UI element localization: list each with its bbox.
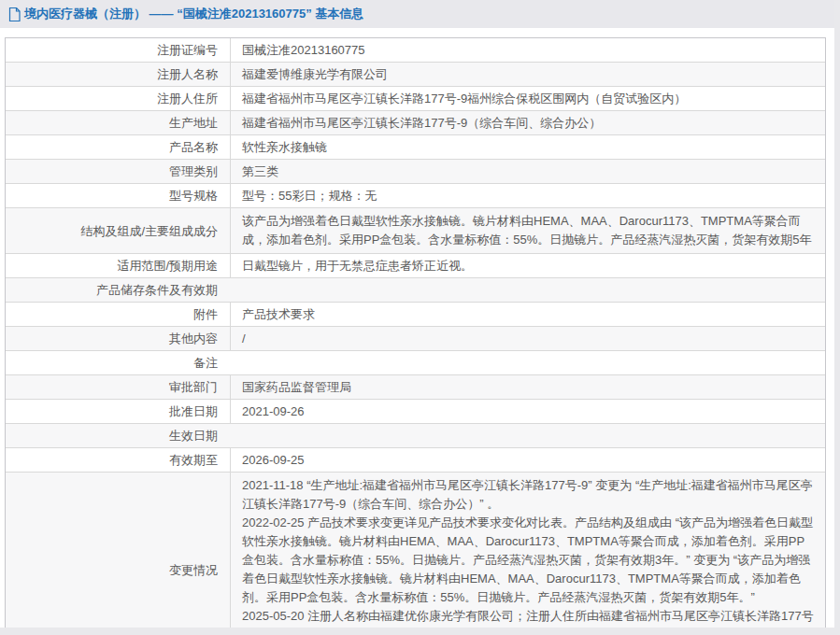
table-row: 其他内容/: [6, 327, 825, 351]
row-value: 2021-11-18 “生产地址:福建省福州市马尾区亭江镇长洋路177号-9” …: [230, 473, 825, 635]
table-row: 注册证编号国械注准20213160775: [6, 38, 825, 63]
row-value: 2026-09-25: [230, 448, 825, 472]
table-row: 生效日期: [6, 424, 825, 448]
row-value: [230, 424, 825, 447]
row-label-text: 审批部门: [169, 379, 218, 395]
table-row: 产品名称软性亲水接触镜: [6, 135, 825, 160]
row-value: 软性亲水接触镜: [230, 135, 825, 159]
row-value: 国械注准20213160775: [230, 38, 825, 62]
row-value: 福建爱博维康光学有限公司: [230, 63, 825, 86]
row-label-text: 注册人住所: [157, 91, 218, 106]
row-value: 型号：55彩日；规格：无: [230, 184, 825, 207]
table-row: 生产地址福建省福州市马尾区亭江镇长洋路177号-9（综合车间、综合办公）: [6, 111, 825, 135]
row-label: 注册人名称: [6, 63, 230, 86]
row-value: 第三类: [230, 160, 825, 183]
table-row: 注册人名称福建爱博维康光学有限公司: [6, 63, 825, 87]
table-row: 变更情况2021-11-18 “生产地址:福建省福州市马尾区亭江镇长洋路177号…: [6, 473, 825, 635]
row-label: 型号规格: [6, 184, 230, 207]
document-icon: [8, 7, 21, 21]
row-label: 适用范围/预期用途: [6, 254, 230, 277]
row-label-text: 适用范围/预期用途: [117, 258, 218, 274]
registration-info-table: 注册证编号国械注准20213160775注册人名称福建爱博维康光学有限公司注册人…: [5, 37, 826, 635]
row-label: 管理类别: [6, 160, 230, 183]
row-label-text: 附件: [193, 306, 218, 322]
table-row: 批准日期2021-09-26: [6, 400, 825, 424]
row-label-text: 产品名称: [169, 139, 218, 155]
row-label: 结构及组成/主要组成成分: [6, 208, 230, 253]
row-value: 该产品为增强着色日戴型软性亲水接触镜。镜片材料由HEMA、MAA、Darocur…: [230, 208, 825, 253]
row-label-text: 管理类别: [169, 163, 218, 179]
row-label-text: 结构及组成/主要组成成分: [80, 223, 218, 239]
table-row: 适用范围/预期用途日戴型镜片，用于无禁忌症患者矫正近视。: [6, 254, 825, 278]
table-row: 附件产品技术要求: [6, 303, 825, 327]
row-label-text: 生产地址: [169, 115, 218, 131]
table-row: 产品储存条件及有效期: [6, 278, 825, 303]
row-label: 批准日期: [6, 400, 230, 423]
row-label: 备注: [6, 351, 230, 374]
page-header: 境内医疗器械（注册） —— “国械注准20213160775” 基本信息: [0, 0, 834, 28]
page-title-text: 境内医疗器械（注册） —— “国械注准20213160775” 基本信息: [24, 6, 363, 22]
page-title: 境内医疗器械（注册） —— “国械注准20213160775” 基本信息: [8, 6, 363, 22]
row-label: 附件: [6, 303, 230, 326]
row-label-text: 备注: [193, 355, 218, 371]
row-label-text: 型号规格: [169, 188, 218, 204]
row-label: 其他内容: [6, 327, 230, 350]
row-value: 国家药品监督管理局: [230, 375, 825, 399]
row-value: 产品技术要求: [230, 303, 825, 326]
table-row: 备注: [6, 351, 825, 375]
row-label: 变更情况: [6, 473, 230, 635]
row-label: 产品名称: [6, 135, 230, 159]
row-label: 审批部门: [6, 375, 230, 399]
row-value: 日戴型镜片，用于无禁忌症患者矫正近视。: [230, 254, 825, 277]
table-row: 注册人住所福建省福州市马尾区亭江镇长洋路177号-9福州综合保税区围网内（自贸试…: [6, 87, 825, 111]
row-label: 产品储存条件及有效期: [6, 278, 230, 302]
row-label: 注册证编号: [6, 38, 230, 62]
page-bottom-strip: [0, 628, 834, 635]
row-label: 注册人住所: [6, 87, 230, 110]
row-value: 2021-09-26: [230, 400, 825, 423]
table-row: 有效期至2026-09-25: [6, 448, 825, 473]
vertical-scrollbar[interactable]: [834, 0, 840, 635]
row-label-text: 批准日期: [169, 403, 218, 419]
row-value: [230, 351, 825, 374]
row-label-text: 产品储存条件及有效期: [96, 282, 218, 298]
row-label-text: 其他内容: [169, 331, 218, 346]
table-row: 结构及组成/主要组成成分该产品为增强着色日戴型软性亲水接触镜。镜片材料由HEMA…: [6, 208, 825, 254]
row-label-text: 注册人名称: [157, 66, 218, 82]
row-label-text: 变更情况: [169, 562, 218, 578]
row-label: 生效日期: [6, 424, 230, 447]
row-label-text: 注册证编号: [157, 42, 218, 58]
table-row: 管理类别第三类: [6, 160, 825, 184]
row-value: /: [230, 327, 825, 350]
row-label: 有效期至: [6, 448, 230, 472]
row-value: 福建省福州市马尾区亭江镇长洋路177号-9福州综合保税区围网内（自贸试验区内）: [230, 87, 825, 110]
row-label: 生产地址: [6, 111, 230, 134]
row-value: [230, 278, 825, 302]
row-label-text: 有效期至: [169, 452, 218, 468]
row-value: 福建省福州市马尾区亭江镇长洋路177号-9（综合车间、综合办公）: [230, 111, 825, 134]
table-row: 审批部门国家药品监督管理局: [6, 375, 825, 400]
row-label-text: 生效日期: [169, 428, 218, 444]
table-row: 型号规格型号：55彩日；规格：无: [6, 184, 825, 208]
